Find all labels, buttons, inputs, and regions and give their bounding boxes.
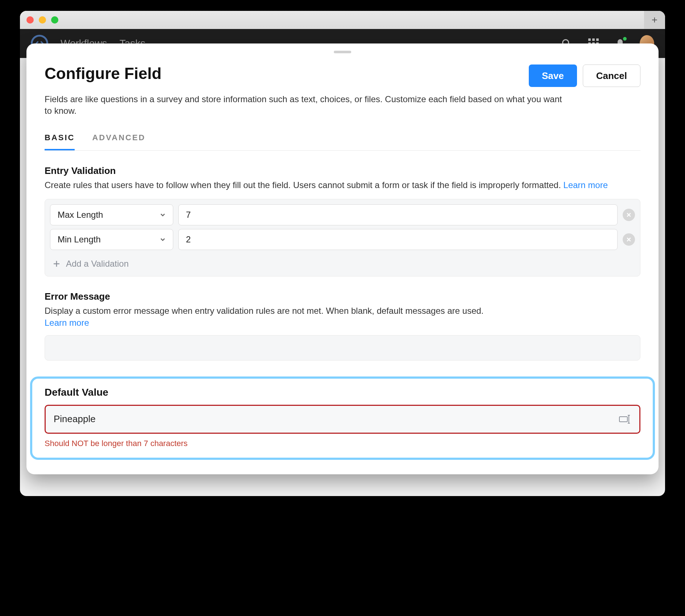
chevron-down-icon [159, 211, 166, 218]
tab-basic[interactable]: BASIC [45, 133, 75, 150]
entry-validation-title: Entry Validation [45, 165, 640, 176]
validation-type-label: Max Length [58, 210, 103, 220]
validation-rule-row: Min Length [50, 229, 635, 250]
default-value-section: Default Value Pineapple Should NOT be lo… [30, 376, 655, 460]
error-message-section: Error Message Display a custom error mes… [45, 291, 640, 361]
default-value-text: Pineapple [54, 413, 96, 425]
window-titlebar: + [20, 11, 665, 29]
notification-dot-icon [623, 37, 627, 41]
validation-type-label: Min Length [58, 234, 101, 245]
remove-validation-button[interactable] [623, 209, 635, 221]
window-close-button[interactable] [26, 16, 34, 24]
validation-type-select[interactable]: Min Length [50, 229, 173, 250]
error-message-title: Error Message [45, 291, 640, 302]
window-minimize-button[interactable] [39, 16, 46, 24]
svg-rect-1 [619, 417, 627, 422]
configure-field-sheet: Configure Field Save Cancel Fields are l… [26, 43, 659, 474]
validation-value-input[interactable] [178, 204, 618, 225]
error-message-description: Display a custom error message when entr… [45, 305, 640, 329]
default-value-error-text: Should NOT be longer than 7 characters [45, 439, 640, 448]
cancel-button[interactable]: Cancel [583, 64, 640, 87]
add-validation-button[interactable]: Add a Validation [50, 254, 635, 271]
remove-validation-button[interactable] [623, 233, 635, 246]
tab-advanced[interactable]: ADVANCED [92, 133, 145, 150]
error-message-input[interactable] [45, 335, 640, 361]
chevron-down-icon [159, 236, 166, 243]
page-description: Fields are like questions in a survey an… [45, 93, 563, 117]
entry-validation-description: Create rules that users have to follow w… [45, 179, 640, 191]
entry-validation-learn-more-link[interactable]: Learn more [563, 180, 608, 190]
validation-rules-box: Max Length Min Length [45, 199, 640, 276]
validation-value-input[interactable] [178, 229, 618, 250]
page-title: Configure Field [45, 64, 162, 83]
sheet-grabber[interactable] [334, 51, 351, 53]
default-value-input[interactable]: Pineapple [45, 405, 640, 434]
app-window: + Workflows Tasks Configure Field [20, 11, 665, 496]
tab-bar: BASIC ADVANCED [45, 133, 640, 151]
new-tab-button[interactable]: + [644, 11, 665, 29]
error-message-learn-more-link[interactable]: Learn more [45, 318, 89, 328]
entry-validation-section: Entry Validation Create rules that users… [45, 165, 640, 276]
save-button[interactable]: Save [529, 64, 577, 87]
add-validation-label: Add a Validation [66, 259, 129, 269]
plus-icon [52, 259, 61, 268]
validation-type-select[interactable]: Max Length [50, 204, 173, 225]
text-field-icon [619, 415, 631, 424]
traffic-lights [26, 16, 58, 24]
default-value-title: Default Value [45, 387, 640, 398]
window-zoom-button[interactable] [51, 16, 58, 24]
validation-rule-row: Max Length [50, 204, 635, 225]
